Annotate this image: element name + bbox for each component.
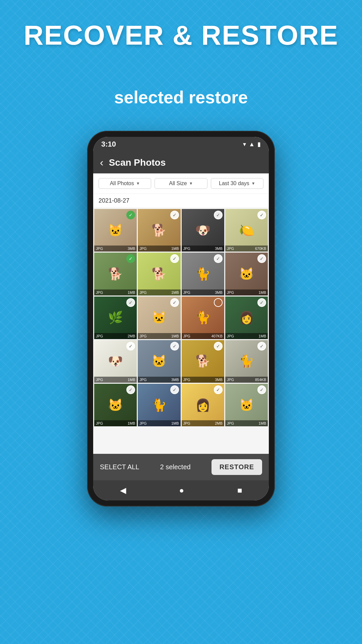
photo-grid: 🐱✓JPG3MB🐕✓JPG1MB🐶✓JPG3MB🍋✓JPG670KB🐕✓JPG1… [93,208,269,427]
nav-recent-button[interactable]: ■ [231,484,249,497]
photo-thumbnail: 🐱✓JPG1MB [94,384,137,426]
photo-thumbnail: 👩✓JPG2MB [182,384,224,426]
photo-format: JPG [227,334,234,338]
photo-select-checkbox[interactable]: ✓ [170,254,179,263]
photo-format: JPG [96,290,103,294]
photo-info: JPG1MB [138,289,180,296]
photo-select-checkbox[interactable]: ✓ [257,254,266,263]
bottom-bar: SELECT ALL 2 selected RESTORE [93,454,269,480]
photo-select-checkbox[interactable]: ✓ [126,342,135,351]
battery-icon: ▮ [257,141,261,148]
photo-thumbnail: 🐱✓JPG3MB [138,340,180,383]
photo-item[interactable]: 👩✓JPG1MB [225,297,268,339]
photo-item[interactable]: 🐱✓JPG1MB [225,384,268,426]
filter-date-label: Last 30 days [219,180,249,186]
photo-item[interactable]: 👩✓JPG2MB [182,384,224,426]
photo-select-checkbox[interactable]: ✓ [257,385,266,394]
photo-format: JPG [139,290,146,294]
photo-item[interactable]: 🌿✓JPG2MB [94,297,137,339]
filter-photos-arrow: ▼ [136,181,140,186]
photo-size: 3MB [171,378,179,382]
back-button[interactable]: ‹ [100,156,104,169]
photo-select-checkbox[interactable]: ✓ [214,385,223,394]
date-header: 2021-08-27 [93,194,269,208]
photo-info: JPG1MB [225,333,268,339]
photo-format: JPG [183,290,190,294]
photo-select-checkbox[interactable]: ✓ [126,254,135,263]
photo-item[interactable]: 🐈JPG407KB [182,297,224,339]
photo-select-checkbox[interactable]: ✓ [214,254,223,263]
photo-select-checkbox[interactable]: ✓ [170,385,179,394]
photo-select-checkbox[interactable]: ✓ [257,211,266,219]
photo-format: JPG [96,247,103,251]
photo-thumbnail: 🐱✓JPG1MB [225,253,268,295]
photo-item[interactable]: 🐶✓JPG3MB [182,209,224,252]
filter-size-arrow: ▼ [189,181,193,186]
filter-size-label: All Size [169,180,187,186]
photo-item[interactable]: 🐱✓JPG3MB [94,209,137,252]
photo-info: JPG3MB [138,377,180,383]
photo-thumbnail: 🌿✓JPG2MB [94,297,137,339]
photo-thumbnail: 🐈✓JPG854KB [225,340,268,383]
photo-item[interactable]: 🍋✓JPG670KB [225,209,268,252]
photo-select-checkbox[interactable]: ✓ [170,298,179,307]
photo-item[interactable]: 🐕✓JPG3MB [182,340,224,383]
photo-item[interactable]: 🐕✓JPG1MB [94,253,137,295]
photo-format: JPG [227,290,234,294]
filter-photos-button[interactable]: All Photos ▼ [99,178,151,189]
phone-outer: 3:10 ▾ ▲ ▮ ‹ Scan Photos All Photos ▼ [87,131,275,506]
photo-size: 3MB [128,247,135,251]
selected-count: 2 selected [160,463,190,471]
photo-size: 407KB [212,334,223,338]
photo-item[interactable]: 🐱✓JPG1MB [225,253,268,295]
photo-select-checkbox[interactable]: ✓ [126,211,135,219]
photo-item[interactable]: 🐕✓JPG1MB [138,253,180,295]
photo-info: JPG2MB [94,333,137,339]
status-bar: 3:10 ▾ ▲ ▮ [93,137,269,152]
photo-info: JPG854KB [225,377,268,383]
nav-back-button[interactable]: ◀ [113,484,133,497]
photo-select-checkbox[interactable]: ✓ [257,342,266,351]
photo-info: JPG3MB [182,289,224,296]
photo-select-checkbox[interactable] [214,298,223,307]
photo-select-checkbox[interactable]: ✓ [170,211,179,219]
photo-size: 1MB [258,421,266,425]
photo-select-checkbox[interactable]: ✓ [214,342,223,351]
photo-select-checkbox[interactable]: ✓ [257,298,266,307]
photo-format: JPG [96,378,103,382]
filter-size-button[interactable]: All Size ▼ [155,178,207,189]
photo-item[interactable]: 🐱✓JPG1MB [138,297,180,339]
nav-bar: ◀ ● ■ [93,480,269,500]
status-time: 3:10 [101,140,116,149]
photo-item[interactable]: 🐈✓JPG854KB [225,340,268,383]
photo-info: JPG670KB [225,246,268,252]
photo-select-checkbox[interactable]: ✓ [214,211,223,219]
photo-thumbnail: 🐈JPG407KB [182,297,224,339]
photo-format: JPG [139,247,146,251]
filter-date-button[interactable]: Last 30 days ▼ [211,178,263,189]
select-all-button[interactable]: SELECT ALL [100,463,139,471]
restore-button[interactable]: RESTORE [212,459,262,475]
photo-size: 1MB [171,290,179,294]
photo-select-checkbox[interactable]: ✓ [170,342,179,351]
photo-item[interactable]: 🐶✓JPG1MB [94,340,137,383]
nav-home-button[interactable]: ● [173,484,191,497]
photo-select-checkbox[interactable]: ✓ [126,298,135,307]
photo-format: JPG [183,334,190,338]
photo-format: JPG [96,334,103,338]
header-title: Scan Photos [109,157,166,168]
photo-size: 2MB [215,421,223,425]
photo-item[interactable]: 🐱✓JPG3MB [138,340,180,383]
photo-select-checkbox[interactable]: ✓ [126,385,135,394]
photo-format: JPG [139,334,146,338]
photo-size: 1MB [171,247,179,251]
photo-item[interactable]: 🐈✓JPG1MB [138,384,180,426]
photo-info: JPG1MB [138,246,180,252]
photo-item[interactable]: 🐱✓JPG1MB [94,384,137,426]
photo-format: JPG [183,421,190,425]
photo-item[interactable]: 🐈✓JPG3MB [182,253,224,295]
phone-mockup: 3:10 ▾ ▲ ▮ ‹ Scan Photos All Photos ▼ [87,131,275,506]
photo-thumbnail: 🐱✓JPG1MB [225,384,268,426]
photo-thumbnail: 👩✓JPG1MB [225,297,268,339]
photo-item[interactable]: 🐕✓JPG1MB [138,209,180,252]
